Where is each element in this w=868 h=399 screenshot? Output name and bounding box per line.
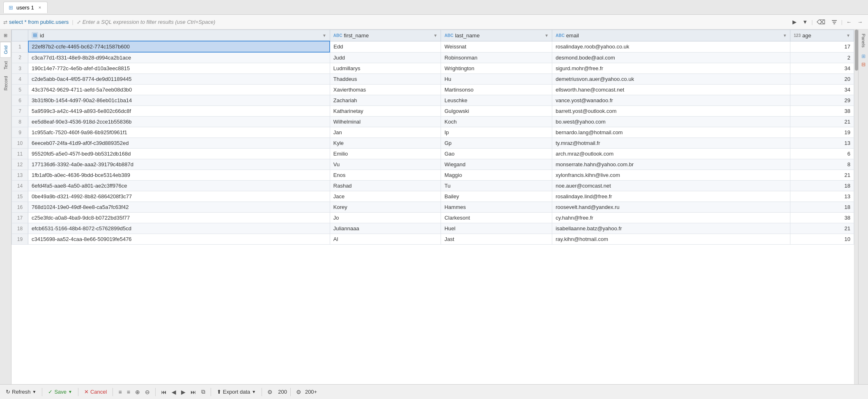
last-page-btn[interactable]: ⏭ xyxy=(188,388,198,396)
table-row[interactable]: 18efcb6531-5166-48b4-8072-c5762899d5cdJu… xyxy=(12,223,854,234)
cell-id[interactable]: c3ca77d1-f331-48e9-8b28-d994ca2b1ace xyxy=(28,52,330,63)
sidebar-tab-grid[interactable]: Grid xyxy=(0,42,11,58)
cell-email[interactable]: demetriusvon.auer@yahoo.co.uk xyxy=(552,74,790,85)
cell-first-name[interactable]: Juliannaaa xyxy=(330,223,441,234)
cell-first-name[interactable]: Thaddeus xyxy=(330,74,441,85)
cell-age[interactable]: 19 xyxy=(790,127,854,138)
prev-page-btn[interactable]: ◀ xyxy=(170,388,178,396)
cell-email[interactable]: ellsworth.hane@comcast.net xyxy=(552,85,790,95)
cell-age[interactable]: 17 xyxy=(790,41,854,52)
panel-icon-1[interactable]: ⊞ xyxy=(861,53,866,59)
table-row[interactable]: 19c3415698-aa52-4caa-8e66-509019fe5476Al… xyxy=(12,234,854,245)
cell-first-name[interactable]: Xavierthomas xyxy=(330,85,441,95)
col-sort-first-name[interactable]: ▼ xyxy=(434,33,438,38)
table-row[interactable]: 3190c14e7-772c-4e5b-afef-d10a3eec8815Lud… xyxy=(12,63,854,74)
cell-age[interactable]: 13 xyxy=(790,191,854,202)
cell-last-name[interactable]: Wiegand xyxy=(441,159,552,170)
cell-email[interactable]: bo.west@yahoo.com xyxy=(552,117,790,127)
cell-last-name[interactable]: Maggio xyxy=(441,170,552,181)
table-row[interactable]: 75a9599c3-a42c-4419-a893-6e802c66dc8fKat… xyxy=(12,106,854,117)
table-row[interactable]: 1195520fd5-a5e0-457f-bed9-bb5312db168dEm… xyxy=(12,149,854,159)
col-header-email[interactable]: ABC email ▼ xyxy=(552,30,790,41)
cancel-button[interactable]: ✕ Cancel xyxy=(82,388,109,396)
cell-last-name[interactable]: Koch xyxy=(441,117,552,127)
cell-last-name[interactable]: Clarkesont xyxy=(441,213,552,223)
tab-close-button[interactable]: × xyxy=(37,5,42,10)
sidebar-tab-text[interactable]: Text xyxy=(0,58,11,73)
cell-email[interactable]: ray.kihn@hotmail.com xyxy=(552,234,790,245)
filter-button[interactable] xyxy=(829,18,840,27)
cell-last-name[interactable]: Gulgowski xyxy=(441,106,552,117)
table-row[interactable]: 12177136d6-3392-4a0e-aaa2-39179c4b887dVu… xyxy=(12,159,854,170)
stop-button[interactable]: ▼ xyxy=(800,18,810,26)
cell-age[interactable]: 29 xyxy=(790,95,854,106)
cell-last-name[interactable]: Martinsonso xyxy=(441,85,552,95)
cell-email[interactable]: isabellaanne.batz@yahoo.fr xyxy=(552,223,790,234)
cell-age[interactable]: 38 xyxy=(790,213,854,223)
clear-filter-button[interactable]: ⌫ xyxy=(815,17,827,27)
cell-last-name[interactable]: Hu xyxy=(441,74,552,85)
cell-id[interactable]: 95520fd5-a5e0-457f-bed9-bb5312db168d xyxy=(28,149,330,159)
cell-age[interactable]: 2 xyxy=(790,52,854,63)
add-row-btn[interactable]: ⊕ xyxy=(133,388,142,396)
settings-button[interactable]: ⚙ xyxy=(265,388,275,396)
cell-id[interactable]: 1fb1af0b-a0ec-4636-9bdd-bce5314eb389 xyxy=(28,170,330,181)
col-sort-age[interactable]: ▼ xyxy=(846,33,850,38)
table-row[interactable]: 91c955afc-7520-460f-9a98-6b925f0961f1Jan… xyxy=(12,127,854,138)
copy-btn[interactable]: ⧉ xyxy=(199,388,207,396)
cell-age[interactable]: 20 xyxy=(790,74,854,85)
cell-email[interactable]: noe.auer@comcast.net xyxy=(552,181,790,191)
cell-id[interactable]: 0be49a9b-d321-4992-8b82-6864208f3c77 xyxy=(28,191,330,202)
cell-id[interactable]: 22ef87b2-ccfe-4465-bc62-774c1587b600 xyxy=(28,41,330,52)
col-header-id[interactable]: ⊞ id ▼ xyxy=(28,30,330,41)
cell-email[interactable]: rosalindaye.roob@yahoo.co.uk xyxy=(552,41,790,52)
cell-last-name[interactable]: Robinsonman xyxy=(441,52,552,63)
cell-first-name[interactable]: Vu xyxy=(330,159,441,170)
cell-last-name[interactable]: Huel xyxy=(441,223,552,234)
cell-email[interactable]: vance.yost@wanadoo.fr xyxy=(552,95,790,106)
cell-id[interactable]: ee5d8eaf-90e3-4536-918d-2cce1b55836b xyxy=(28,117,330,127)
scroll-thumb[interactable] xyxy=(855,30,858,71)
cell-id[interactable]: c25e3fdc-a0a8-4ba9-9dc8-b0722bd35f77 xyxy=(28,213,330,223)
table-row[interactable]: 122ef87b2-ccfe-4465-bc62-774c1587b600Edd… xyxy=(12,41,854,52)
cell-id[interactable]: 190c14e7-772c-4e5b-afef-d10a3eec8815 xyxy=(28,63,330,74)
cell-email[interactable]: roosevelt.hand@yandex.ru xyxy=(552,202,790,213)
col-sort-id[interactable]: ▼ xyxy=(322,33,326,38)
tab-users1[interactable]: ⊞ users 1 × xyxy=(3,2,48,13)
cell-last-name[interactable]: Wrightington xyxy=(441,63,552,74)
cell-email[interactable]: barrett.yost@outlook.com xyxy=(552,106,790,117)
table-row[interactable]: 543c37642-9629-4711-aefd-5a7eeb08d3b0Xav… xyxy=(12,85,854,95)
table-row[interactable]: 2c3ca77d1-f331-48e9-8b28-d994ca2b1aceJud… xyxy=(12,52,854,63)
panel-icon-2[interactable]: ⊟ xyxy=(861,62,866,67)
filter-settings-btn[interactable]: ⚙ xyxy=(294,388,303,396)
cell-age[interactable]: 21 xyxy=(790,117,854,127)
export-button[interactable]: ⬆ Export data ▼ xyxy=(214,388,258,396)
cell-last-name[interactable]: Leuschke xyxy=(441,95,552,106)
cell-last-name[interactable]: Jast xyxy=(441,234,552,245)
sidebar-tab-record[interactable]: Record xyxy=(0,73,11,94)
run-button[interactable]: ▶ xyxy=(790,18,799,26)
save-button[interactable]: ✓ Save ▼ xyxy=(46,388,75,396)
table-row[interactable]: 146efd4fa5-aae8-4a50-a801-ae2c3ff976ceRa… xyxy=(12,181,854,191)
cell-first-name[interactable]: Zachariah xyxy=(330,95,441,106)
cell-email[interactable]: monserrate.hahn@yahoo.com.br xyxy=(552,159,790,170)
cell-age[interactable]: 34 xyxy=(790,85,854,95)
cell-age[interactable]: 6 xyxy=(790,149,854,159)
cell-first-name[interactable]: Al xyxy=(330,234,441,245)
cell-age[interactable]: 21 xyxy=(790,170,854,181)
cell-first-name[interactable]: Wilhelminal xyxy=(330,117,441,127)
remove-row-btn[interactable]: ⊖ xyxy=(143,388,152,396)
cell-email[interactable]: arch.mraz@outlook.com xyxy=(552,149,790,159)
first-page-btn[interactable]: ⏮ xyxy=(159,388,169,396)
table-row[interactable]: 17c25e3fdc-a0a8-4ba9-9dc8-b0722bd35f77Jo… xyxy=(12,213,854,223)
cell-id[interactable]: 177136d6-3392-4a0e-aaa2-39179c4b887d xyxy=(28,159,330,170)
save-dropdown-icon[interactable]: ▼ xyxy=(68,390,72,394)
cell-age[interactable]: 34 xyxy=(790,63,854,74)
cell-age[interactable]: 8 xyxy=(790,159,854,170)
cell-last-name[interactable]: Gp xyxy=(441,138,552,149)
cell-age[interactable]: 21 xyxy=(790,223,854,234)
cell-id[interactable]: 3b31f80b-1454-4d97-90a2-86eb01c1ba14 xyxy=(28,95,330,106)
refresh-button[interactable]: ↻ Refresh ▼ xyxy=(3,388,39,396)
sql-query-text[interactable]: select * from public.users xyxy=(9,19,69,25)
forward-nav-button[interactable]: → xyxy=(855,18,865,26)
